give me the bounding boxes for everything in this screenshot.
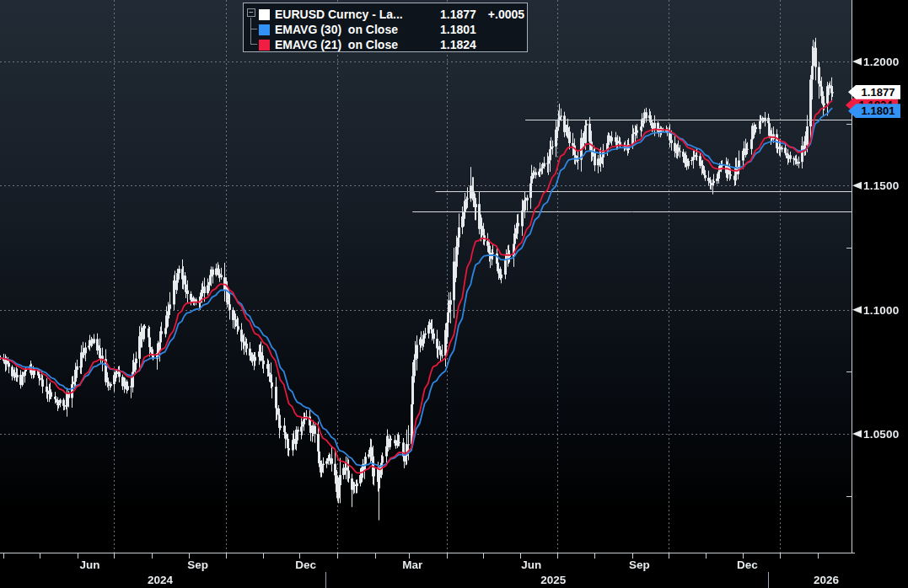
x-axis-year-label: 2026 <box>814 574 839 586</box>
legend-series-row[interactable]: EURUSD Curncy - La...1.1877+.0005 <box>259 7 524 22</box>
series-value: 1.1877 <box>440 8 476 21</box>
y-axis-tick-label: 1.1500 <box>863 179 900 192</box>
x-axis-month-label: Sep <box>187 559 208 571</box>
legend-series-row[interactable]: EMAVG (21) on Close1.1824 <box>259 37 476 52</box>
y-axis-tick-label: 1.0500 <box>863 427 900 440</box>
price-chart-canvas[interactable] <box>0 0 908 588</box>
series-label: EMAVG (30) on Close <box>275 23 440 36</box>
bloomberg-fx-chart-page: html,body{margin:0;padding:0;background:… <box>0 0 908 588</box>
series-color-swatch-icon <box>259 9 270 20</box>
series-label: EMAVG (21) on Close <box>275 38 440 51</box>
axis-price-badge: 1.1877 <box>848 85 900 99</box>
year-divider-tick <box>768 572 769 588</box>
x-axis-month-label: Dec <box>295 559 316 571</box>
series-change: +.0005 <box>488 8 524 21</box>
x-axis-year-label: 2025 <box>540 574 566 586</box>
legend-collapse-icon[interactable]: − <box>247 8 255 17</box>
x-axis-month-label: Dec <box>737 559 758 571</box>
x-axis-year-label: 2024 <box>148 574 173 586</box>
legend-tree-line <box>250 18 251 44</box>
series-label: EURUSD Curncy - La... <box>275 8 440 21</box>
chart-window: 1.20001.15001.10001.0500 1.18771.18011.1… <box>0 0 908 588</box>
legend-tree-branch <box>250 29 257 29</box>
series-color-swatch-icon <box>259 40 270 51</box>
y-axis-tick-label: 1.2000 <box>863 56 900 68</box>
series-color-swatch-icon <box>259 24 270 35</box>
year-divider-tick <box>325 572 326 588</box>
series-value: 1.1801 <box>440 23 476 36</box>
minus-glyph: − <box>249 8 254 17</box>
y-axis-tick-label: 1.1000 <box>863 303 900 316</box>
x-axis-month-label: Jun <box>79 559 99 571</box>
x-axis-month-label: Sep <box>629 559 650 571</box>
chart-legend: − EURUSD Curncy - La...1.1877+.0005EMAVG… <box>243 3 528 52</box>
legend-series-row[interactable]: EMAVG (30) on Close1.1801 <box>259 22 476 37</box>
legend-tree-branch <box>250 44 257 45</box>
x-axis-month-label: Jun <box>521 559 541 571</box>
axis-price-badge: 1.1801 <box>848 104 900 118</box>
x-axis-month-label: Mar <box>402 559 422 571</box>
series-value: 1.1824 <box>440 38 476 51</box>
